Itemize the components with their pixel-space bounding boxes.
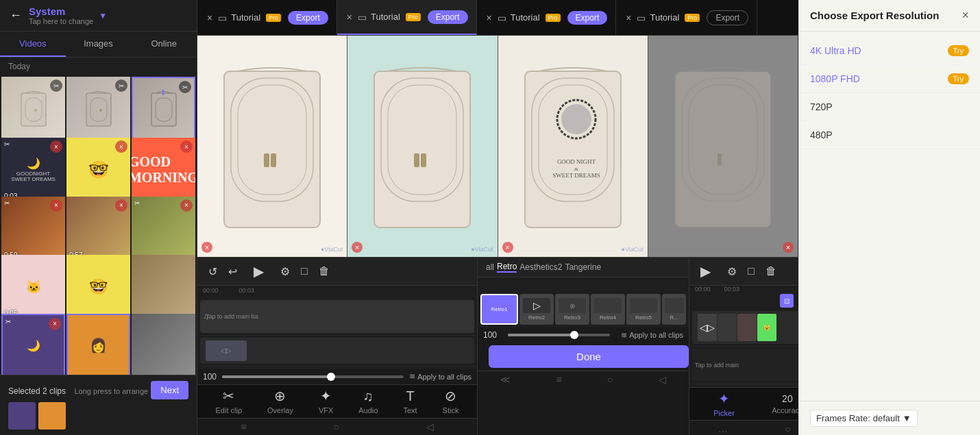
list-item[interactable]: × ✂ (132, 197, 195, 260)
nav-home-mid[interactable]: ○ (607, 374, 613, 385)
scissors-icon[interactable]: ✂ (115, 79, 127, 92)
resolution-1080p[interactable]: 1080P FHD Try (799, 65, 980, 93)
scissors-icon-3[interactable]: ✂ (4, 199, 10, 207)
frames-rate-select[interactable]: Frames Rate: default ▼ (810, 410, 918, 427)
close-icon[interactable]: × (50, 199, 62, 212)
scissors-icon-2[interactable]: ✂ (4, 140, 10, 148)
back-button[interactable]: ← (8, 7, 23, 24)
clip-retro5[interactable]: Retro5 (626, 294, 661, 325)
tab-1[interactable]: × ▭ Tutorial Pro Export (197, 0, 337, 35)
list-item[interactable]: GOODMORNING × (132, 138, 195, 201)
filter-retro[interactable]: Retro (497, 262, 517, 273)
right-main-clip[interactable]: ◁▷ 😺 (692, 311, 798, 344)
list-item[interactable]: ✂ (132, 77, 195, 140)
tab-close-1[interactable]: × (206, 11, 214, 25)
apply-all-btn-middle[interactable]: ≋ Apply to all clips (621, 331, 683, 340)
play-btn-left[interactable]: ▶ (251, 262, 267, 281)
copy-btn-left[interactable]: □ (298, 264, 310, 279)
delete-btn-right[interactable]: 🗑 (763, 264, 779, 279)
volume-slider[interactable] (222, 375, 404, 378)
clip-retro6[interactable]: R... (662, 294, 686, 325)
tab-4[interactable]: × ▭ Tutorial Pro Export (616, 0, 757, 35)
expand-icon-left[interactable]: ≪ (500, 374, 511, 385)
nav-home-left[interactable]: ○ (333, 421, 339, 432)
scissors-icon[interactable]: ✂ (50, 79, 62, 92)
nav-home-right[interactable]: ○ (785, 423, 790, 434)
audio-clip-left[interactable]: ◁▷ (206, 340, 247, 361)
slider-thumb[interactable] (327, 373, 335, 381)
clip-retro4[interactable]: Retro4 (591, 294, 625, 325)
settings-btn-right[interactable]: ⚙ (724, 264, 739, 279)
list-item[interactable]: 0:59 ✂ × (1, 197, 65, 260)
resolution-1080p-label: 1080P FHD (810, 73, 860, 84)
list-item[interactable]: 🐱 0:05 (1, 255, 65, 319)
filter-aesthetics2[interactable]: Aesthetics2 (519, 262, 562, 272)
list-item[interactable] (132, 314, 195, 375)
list-item[interactable]: ✂ (66, 77, 130, 140)
tool-audio[interactable]: ♫ Audio (353, 386, 383, 417)
slider-thumb-middle[interactable] (570, 331, 578, 339)
panel-close-1[interactable]: × (201, 242, 212, 253)
play-btn-right[interactable]: ▶ (698, 262, 713, 281)
tab-export-btn-4[interactable]: Export (707, 10, 748, 25)
tab-close-2[interactable]: × (345, 10, 354, 24)
panel-close-4[interactable]: × (783, 242, 794, 253)
copy-btn-right[interactable]: □ (745, 264, 757, 279)
filter-all[interactable]: all (486, 262, 494, 272)
scissors-icon-4[interactable]: ✂ (134, 199, 140, 207)
next-button[interactable]: Next (151, 381, 188, 399)
nav-menu-mid[interactable]: ≡ (556, 374, 561, 385)
tab-export-btn-2[interactable]: Export (428, 10, 468, 24)
tool-vfx[interactable]: ✦ VFX (313, 385, 339, 417)
filter-tangerine[interactable]: Tangerine (565, 262, 601, 272)
nav-menu-right[interactable]: … (718, 423, 728, 434)
close-icon[interactable]: × (115, 199, 127, 212)
list-item[interactable]: 🤓 × (66, 138, 130, 201)
export-panel-close[interactable]: × (961, 8, 969, 23)
resolution-4k[interactable]: 4K Ultra HD Try (799, 37, 980, 65)
tool-overlay[interactable]: ⊕ Overlay (262, 385, 299, 417)
clip-retro2[interactable]: ▷ Retro2 (519, 294, 554, 325)
list-item[interactable]: 🌙 ✂ × (1, 314, 65, 375)
tool-stick[interactable]: ⊘ Stick (437, 385, 465, 417)
nav-back-left[interactable]: ◁ (426, 421, 434, 432)
apply-all-btn[interactable]: ≋ Apply to all clips (409, 372, 471, 381)
close-icon[interactable]: × (180, 199, 193, 212)
panel-close-3[interactable]: × (502, 242, 513, 253)
done-button[interactable]: Done (489, 345, 689, 368)
sidebar-tab-images[interactable]: Images (66, 32, 132, 57)
sidebar-tab-videos[interactable]: Videos (0, 32, 66, 57)
list-item[interactable]: ✂ (1, 77, 65, 140)
list-item[interactable]: 👩 (66, 314, 130, 375)
tab-3[interactable]: × ▭ Tutorial Pro Export (477, 0, 617, 35)
list-item[interactable] (132, 255, 195, 319)
tab-export-btn-3[interactable]: Export (567, 11, 608, 25)
scissors-icon[interactable]: ✂ (179, 81, 191, 93)
tool-text[interactable]: T Text (397, 386, 422, 417)
nav-back-mid[interactable]: ◁ (659, 374, 666, 385)
settings-btn-left[interactable]: ⚙ (278, 264, 293, 279)
tool-picker[interactable]: ✦ Picker (708, 388, 740, 420)
tab-close-4[interactable]: × (624, 11, 633, 25)
list-item[interactable]: 🌙 GOODNIGHTSWEET DREAMS 0:03 ✂ × (1, 138, 65, 201)
close-icon[interactable]: × (49, 318, 61, 330)
undo-btn-left[interactable]: ↺ (206, 264, 220, 279)
main-track-clip[interactable]: Tap to add main ba ♫ (200, 300, 474, 333)
tab-export-btn-1[interactable]: Export (288, 11, 328, 25)
tab-close-3[interactable]: × (485, 11, 493, 25)
tool-accuracy[interactable]: 20 Accuracy (766, 390, 798, 417)
scissors-icon-5[interactable]: ✂ (5, 318, 11, 325)
tool-edit-clip[interactable]: ✂ Edit clip (210, 385, 247, 417)
redo-btn-left[interactable]: ↩ (225, 264, 240, 279)
clip-retro3[interactable]: ⊕ Retro3 (555, 294, 589, 325)
sidebar-tab-online[interactable]: Online (131, 32, 197, 57)
nav-menu-left[interactable]: ≡ (241, 421, 246, 432)
resolution-480p[interactable]: 480P (799, 121, 980, 149)
clip-retro1[interactable]: Retro1 (480, 294, 518, 325)
list-item[interactable]: 🤓 (66, 255, 130, 319)
delete-btn-left[interactable]: 🗑 (316, 264, 332, 279)
list-item[interactable]: 0:57 × (66, 197, 130, 260)
volume-slider-middle[interactable] (508, 334, 610, 336)
resolution-720p[interactable]: 720P (799, 93, 980, 121)
tab-2[interactable]: × ▭ Tutorial Pro Export (337, 0, 477, 35)
